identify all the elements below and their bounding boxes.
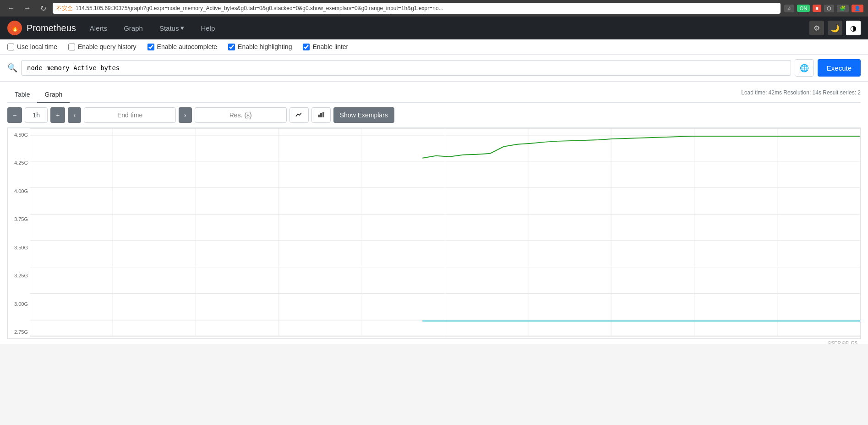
resolution-input[interactable] (195, 107, 287, 123)
y-label-6: 3.00G (8, 301, 28, 307)
enable-highlighting-label[interactable]: Enable highlighting (228, 43, 292, 50)
chart-svg (30, 128, 860, 338)
dark-mode-btn[interactable]: 🌙 (828, 21, 842, 35)
next-time-button[interactable]: › (179, 107, 192, 123)
show-exemplars-button[interactable]: Show Exemplars (333, 107, 394, 123)
svg-rect-2 (322, 112, 324, 117)
search-icon: 🔍 (7, 63, 17, 73)
ext-puzzle[interactable]: 🧩 (837, 5, 849, 12)
series-1-line (422, 136, 860, 158)
y-label-3: 3.75G (8, 216, 28, 222)
enable-highlighting-checkbox[interactable] (228, 44, 235, 50)
ext-green2[interactable]: ⬡ (824, 5, 834, 12)
svg-rect-1 (320, 113, 322, 117)
enable-linter-checkbox[interactable] (303, 44, 310, 50)
y-label-4: 3.50G (8, 245, 28, 250)
tabs-row: Table Graph Load time: 42ms Resolution: … (7, 87, 861, 103)
brand: 🔥 Prometheus (7, 21, 76, 35)
graph-controls: − 1h + ‹ › Show Exemplars (7, 103, 861, 128)
main-content: Table Graph Load time: 42ms Resolution: … (0, 82, 868, 344)
prev-time-button[interactable]: ‹ (68, 107, 81, 123)
extension-on[interactable]: ON (797, 5, 810, 12)
enable-linter-label[interactable]: Enable linter (303, 43, 348, 50)
use-local-time-label[interactable]: Use local time (7, 43, 57, 50)
enable-autocomplete-checkbox[interactable] (147, 44, 154, 50)
browser-bar: ← → ↻ 不安全 114.55.105.69:30375/graph?g0.e… (0, 0, 868, 17)
contrast-btn[interactable]: ◑ (846, 21, 861, 35)
decrease-range-button[interactable]: − (7, 107, 22, 123)
svg-rect-0 (318, 115, 320, 117)
settings-icon-btn[interactable]: ⚙ (809, 21, 824, 35)
increase-range-button[interactable]: + (50, 107, 65, 123)
tab-meta: Load time: 42ms Resolution: 14s Result s… (741, 89, 861, 99)
browser-actions: ☆ ON ■ ⬡ 🧩 👤 (784, 5, 863, 12)
forward-button[interactable]: → (21, 3, 34, 13)
reload-button[interactable]: ↻ (38, 3, 49, 14)
address-bar[interactable]: 不安全 114.55.105.69:30375/graph?g0.expr=no… (53, 3, 781, 14)
brand-name: Prometheus (27, 23, 76, 33)
enable-query-history-checkbox[interactable] (68, 44, 75, 50)
y-axis-labels: 4.50G 4.25G 4.00G 3.75G 3.50G 3.25G 3.00… (8, 128, 30, 338)
tab-table[interactable]: Table (7, 87, 37, 103)
search-bar: 🔍 🌐 Execute (0, 55, 868, 82)
url-text: 114.55.105.69:30375/graph?g0.expr=node_m… (76, 5, 443, 11)
chart-footer: ©SDR ©FLGS (8, 340, 860, 344)
globe-button[interactable]: 🌐 (795, 59, 814, 77)
y-label-1: 4.25G (8, 160, 28, 166)
nav-alerts[interactable]: Alerts (87, 22, 110, 34)
brand-icon: 🔥 (7, 21, 22, 35)
security-warning: 不安全 (56, 5, 73, 12)
navbar: 🔥 Prometheus Alerts Graph Status ▾ Help … (0, 17, 868, 39)
enable-autocomplete-label[interactable]: Enable autocomplete (147, 43, 218, 50)
end-time-input[interactable] (84, 107, 176, 123)
nav-status[interactable]: Status ▾ (157, 22, 187, 34)
ext-red[interactable]: ■ (813, 5, 821, 12)
chart-container: 4.50G 4.25G 4.00G 3.75G 3.50G 3.25G 3.00… (7, 128, 861, 339)
query-input[interactable] (21, 60, 791, 76)
tab-graph[interactable]: Graph (37, 87, 70, 103)
use-local-time-checkbox[interactable] (7, 44, 14, 50)
settings-bar: Use local time Enable query history Enab… (0, 39, 868, 55)
y-label-5: 3.25G (8, 273, 28, 278)
nav-graph[interactable]: Graph (121, 22, 146, 34)
bookmark-button[interactable]: ☆ (784, 5, 794, 12)
y-label-7: 2.75G (8, 329, 28, 335)
ext-user[interactable]: 👤 (852, 5, 863, 12)
execute-button[interactable]: Execute (818, 59, 861, 77)
back-button[interactable]: ← (5, 3, 17, 13)
line-chart-button[interactable] (289, 107, 309, 123)
range-display: 1h (25, 107, 48, 123)
y-label-0: 4.50G (8, 132, 28, 138)
navbar-right: ⚙ 🌙 ◑ (809, 21, 861, 35)
nav-help[interactable]: Help (198, 22, 218, 34)
stacked-chart-button[interactable] (311, 107, 331, 123)
y-label-2: 4.00G (8, 188, 28, 194)
enable-query-history-label[interactable]: Enable query history (68, 43, 136, 50)
